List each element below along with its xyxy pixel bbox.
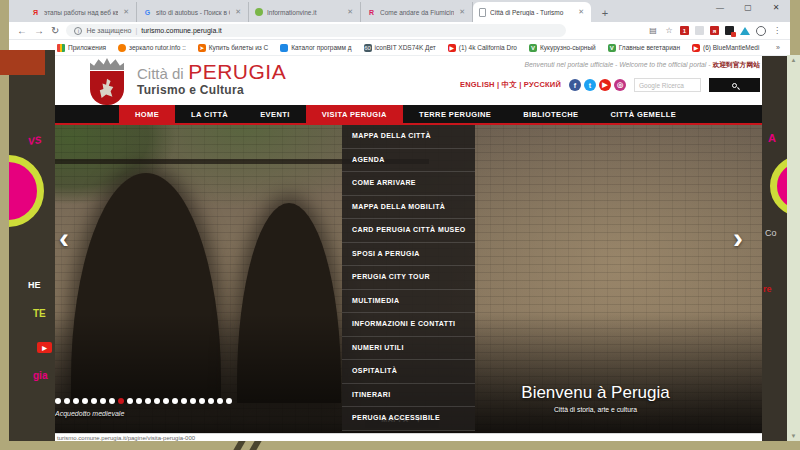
dropdown-item-sposi-a-perugia[interactable]: SPOSI A PERUGIA — [342, 243, 475, 267]
bookmark-star-icon[interactable]: ☆ — [664, 26, 674, 36]
extension-gray-icon[interactable] — [695, 26, 704, 35]
tab-title: Come andare da Fiumicino a Per — [380, 9, 454, 16]
bg-fragment-he: HE — [28, 280, 41, 290]
forward-icon[interactable]: → — [34, 26, 44, 36]
tab-close-icon[interactable]: ✕ — [122, 8, 130, 16]
carousel-dot[interactable] — [208, 398, 214, 404]
carousel-dots — [55, 398, 232, 404]
browser-tab[interactable]: Città di Perugia - Turismo✕ — [473, 2, 591, 22]
carousel-dot[interactable] — [163, 398, 169, 404]
site-search-input[interactable]: Google Ricerca — [634, 78, 701, 92]
outer-scrollbar[interactable]: ▲ ▼ — [787, 55, 800, 441]
tab-close-icon[interactable]: ✕ — [234, 8, 242, 16]
new-tab-button[interactable]: + — [595, 4, 615, 22]
bookmark-item[interactable]: 60iconBIT XDS74K Дет — [364, 44, 436, 52]
carousel-dot[interactable] — [109, 398, 115, 404]
back-icon[interactable]: ← — [17, 26, 27, 36]
dropdown-item-mappa-della-citt-[interactable]: MAPPA DELLA CITTÀ — [342, 125, 475, 149]
minimize-button[interactable]: — — [706, 0, 734, 16]
bookmark-item[interactable]: Приложения — [57, 44, 106, 52]
carousel-dot[interactable] — [172, 398, 178, 404]
dropdown-item-ospitalit-[interactable]: OSPITALITÀ — [342, 360, 475, 384]
instagram-icon[interactable]: ◎ — [614, 79, 626, 91]
dropdown-item-come-arrivare[interactable]: COME ARRIVARE — [342, 172, 475, 196]
browser-tab[interactable]: Informationvine.it✕ — [249, 2, 361, 22]
facebook-icon[interactable]: f — [569, 79, 581, 91]
bookmark-label: Главные вегетариан — [619, 44, 680, 51]
carousel-dot[interactable] — [118, 398, 124, 404]
carousel-dot[interactable] — [199, 398, 205, 404]
profile-icon[interactable] — [756, 26, 766, 36]
carousel-prev-icon[interactable]: ‹ — [59, 223, 69, 253]
carousel-dot[interactable] — [100, 398, 106, 404]
nav-item-la-citt-[interactable]: LA CITTÀ — [175, 105, 244, 123]
scroll-down-icon[interactable]: ▼ — [791, 433, 797, 439]
tab-close-icon[interactable]: ✕ — [346, 8, 354, 16]
dropdown-item-agenda[interactable]: AGENDA — [342, 149, 475, 173]
nav-item-biblioteche[interactable]: BIBLIOTECHE — [507, 105, 594, 123]
dropdown-item-itinerari[interactable]: ITINERARI — [342, 384, 475, 408]
url-text: turismo.comune.perugia.it — [141, 27, 222, 34]
carousel-dot[interactable] — [145, 398, 151, 404]
maximize-button[interactable]: ▢ — [734, 0, 762, 16]
dropdown-item-card-perugia-citt-museo[interactable]: CARD PERUGIA CITTÀ MUSEO — [342, 219, 475, 243]
nav-item-citt-gemelle[interactable]: CITTÀ GEMELLE — [594, 105, 692, 123]
carousel-next-icon[interactable]: › — [733, 223, 743, 253]
bookmark-item[interactable]: ▶(1) 4k California Dro — [448, 44, 517, 52]
bookmarks-overflow-icon[interactable]: » — [776, 44, 780, 51]
reload-icon[interactable]: ↻ — [51, 26, 59, 36]
dropdown-item-multimedia[interactable]: MULTIMEDIA — [342, 290, 475, 314]
carousel-dot[interactable] — [73, 398, 79, 404]
nav-item-visita-perugia[interactable]: VISITA PERUGIA — [306, 105, 403, 123]
scroll-up-icon[interactable]: ▲ — [791, 57, 797, 63]
social-icons: ft▶◎ — [569, 79, 626, 91]
browser-tab[interactable]: Gsito di autobus - Поиск в Google✕ — [137, 2, 249, 22]
carousel-dot[interactable] — [91, 398, 97, 404]
carousel-dot[interactable] — [127, 398, 133, 404]
site-search-button[interactable] — [709, 78, 760, 92]
carousel-dot[interactable] — [181, 398, 187, 404]
bookmark-item[interactable]: VКукурузно-сырный — [529, 44, 596, 52]
bookmark-item[interactable]: зеркало rutor.info :: — [118, 44, 186, 52]
dropdown-item-informazioni-e-contatti[interactable]: INFORMAZIONI E CONTATTI — [342, 313, 475, 337]
nav-item-terre-perugine[interactable]: TERRE PERUGINE — [403, 105, 507, 123]
main-navigation: HOMELA CITTÀEVENTIVISITA PERUGIATERRE PE… — [9, 105, 790, 125]
google-favicon-icon: G — [143, 8, 152, 17]
extension-red-icon[interactable]: 1 — [680, 26, 689, 35]
site-info-icon[interactable]: i — [74, 27, 82, 35]
address-bar[interactable]: i Не защищено | turismo.comune.perugia.i… — [66, 24, 566, 37]
carousel-dot[interactable] — [190, 398, 196, 404]
carousel-dot[interactable] — [136, 398, 142, 404]
bookmark-item[interactable]: ▶(6) BlueMantleMedi — [692, 44, 759, 52]
nav-item-eventi[interactable]: EVENTI — [244, 105, 306, 123]
dropdown-item-perugia-accessibile[interactable]: PERUGIA ACCESSIBILE — [342, 407, 475, 431]
dropdown-item-numeri-utili[interactable]: NUMERI UTILI — [342, 337, 475, 361]
dropdown-item-perugia-city-tour[interactable]: PERUGIA CITY TOUR — [342, 266, 475, 290]
browser-tab[interactable]: Яэтапы работы над веб квестом✕ — [25, 2, 137, 22]
translate-icon[interactable]: ▤ — [648, 26, 658, 36]
tab-close-icon[interactable]: ✕ — [577, 8, 585, 16]
close-button[interactable]: ✕ — [762, 0, 790, 16]
carousel-dot[interactable] — [82, 398, 88, 404]
language-links[interactable]: ENGLISH | 中文 | РУССКИЙ — [460, 80, 561, 90]
extension-red2-icon[interactable]: я — [710, 26, 719, 35]
bookmark-item[interactable]: ➤Купить билеты из С — [198, 44, 268, 52]
bookmark-item[interactable]: Каталог программ д — [280, 44, 351, 52]
carousel-dot[interactable] — [64, 398, 70, 404]
notifications-badge-icon[interactable] — [725, 26, 734, 35]
carousel-dot[interactable] — [55, 398, 61, 404]
lightshot-icon[interactable] — [740, 27, 750, 35]
carousel-dot[interactable] — [154, 398, 160, 404]
youtube-icon[interactable]: ▶ — [599, 79, 611, 91]
site-brand[interactable]: Città di PERUGIA Turismo e Cultura — [137, 61, 286, 96]
tab-close-icon[interactable]: ✕ — [458, 8, 466, 16]
bookmark-item[interactable]: VГлавные вегетариан — [608, 44, 680, 52]
dropdown-item-mappa-della-mobilit-[interactable]: MAPPA DELLA MOBILITÀ — [342, 196, 475, 220]
browser-tab[interactable]: RCome andare da Fiumicino a Per✕ — [361, 2, 473, 22]
carousel-dot[interactable] — [226, 398, 232, 404]
twitter-icon[interactable]: t — [584, 79, 596, 91]
brand-subtitle: Turismo e Cultura — [137, 84, 286, 96]
chrome-menu-icon[interactable]: ⋮ — [772, 26, 782, 36]
carousel-dot[interactable] — [217, 398, 223, 404]
deco-stripe — [233, 441, 245, 450]
